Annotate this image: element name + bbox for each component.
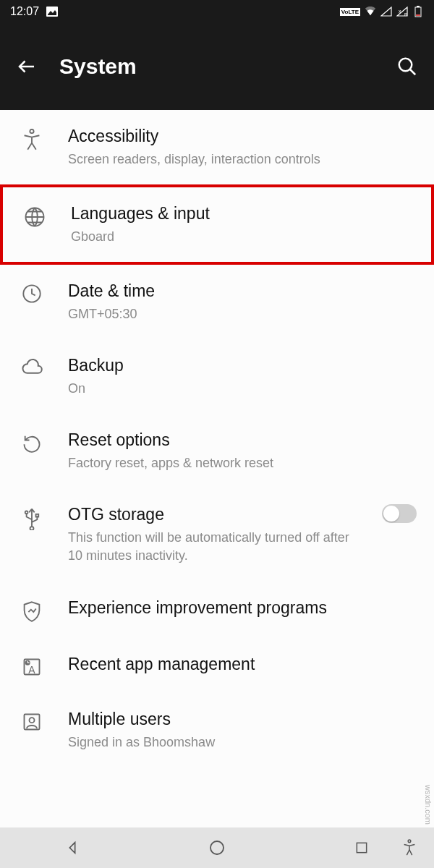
app-header: System <box>0 23 434 110</box>
battery-icon <box>412 6 424 17</box>
item-experience-improvement[interactable]: Experience improvement programs <box>0 582 434 638</box>
item-title: Date & time <box>68 281 417 302</box>
item-subtitle: Signed in as Bhoomshaw <box>68 733 417 752</box>
nav-accessibility[interactable] <box>395 833 424 862</box>
item-title: Recent app management <box>68 654 417 676</box>
item-backup[interactable]: Backup On <box>0 339 434 414</box>
item-languages-input[interactable]: Languages & input Gboard <box>0 184 434 265</box>
item-date-time[interactable]: Date & time GMT+05:30 <box>0 265 434 339</box>
navigation-bar <box>0 827 434 868</box>
svg-text:R: R <box>404 12 408 17</box>
item-title: Experience improvement programs <box>68 597 417 619</box>
nav-back[interactable] <box>58 833 87 862</box>
svg-point-17 <box>210 841 224 854</box>
cloud-icon <box>21 358 43 375</box>
svg-point-7 <box>30 129 33 133</box>
reset-icon <box>22 433 42 453</box>
item-subtitle: This function will be automatically turn… <box>68 529 354 565</box>
svg-text:x: x <box>399 9 401 14</box>
item-subtitle: Factory reset, apps & network reset <box>68 454 417 472</box>
item-subtitle: Screen readers, display, interaction con… <box>68 150 417 169</box>
item-title: Multiple users <box>68 709 417 731</box>
status-time: 12:07 <box>10 5 39 18</box>
signal2-icon: xR <box>396 6 408 17</box>
user-icon <box>22 712 42 732</box>
search-button[interactable] <box>396 56 418 77</box>
volte-badge: VoLTE <box>340 8 360 16</box>
item-recent-app-management[interactable]: A Recent app management <box>0 638 434 693</box>
item-title: Backup <box>68 355 417 377</box>
back-button[interactable] <box>16 56 38 77</box>
svg-point-6 <box>399 59 412 72</box>
item-title: Accessibility <box>68 126 417 148</box>
page-title: System <box>59 54 137 79</box>
nav-home[interactable] <box>203 833 231 862</box>
shield-icon <box>22 600 42 622</box>
recent-icon: A <box>22 657 42 677</box>
svg-rect-11 <box>36 514 39 517</box>
svg-point-10 <box>25 511 28 514</box>
item-accessibility[interactable]: Accessibility Screen readers, display, i… <box>0 110 434 184</box>
usb-icon <box>22 507 41 530</box>
wifi-icon <box>365 6 376 17</box>
item-title: OTG storage <box>68 504 354 526</box>
svg-point-16 <box>30 718 35 723</box>
svg-rect-4 <box>417 6 420 7</box>
clock-icon <box>22 284 42 304</box>
settings-list: Accessibility Screen readers, display, i… <box>0 110 434 827</box>
item-subtitle: Gboard <box>71 228 414 246</box>
svg-point-19 <box>408 840 411 843</box>
watermark: wsxdn.com <box>424 785 433 825</box>
item-multiple-users[interactable]: Multiple users Signed in as Bhoomshaw <box>0 693 434 767</box>
signal-icon <box>380 6 392 17</box>
accessibility-icon <box>22 129 42 150</box>
otg-toggle[interactable] <box>382 504 417 523</box>
item-otg-storage[interactable]: OTG storage This function will be automa… <box>0 488 434 581</box>
item-title: Reset options <box>68 430 417 451</box>
svg-rect-5 <box>416 14 420 16</box>
svg-rect-18 <box>357 843 366 852</box>
globe-icon <box>24 206 46 228</box>
svg-text:A: A <box>28 664 35 676</box>
item-subtitle: GMT+05:30 <box>68 305 417 323</box>
item-title: Languages & input <box>71 203 414 225</box>
item-reset-options[interactable]: Reset options Factory reset, apps & netw… <box>0 414 434 488</box>
nav-recent[interactable] <box>347 833 376 862</box>
item-subtitle: On <box>68 380 417 398</box>
image-icon <box>46 6 58 17</box>
status-bar: 12:07 VoLTE xR <box>0 0 434 23</box>
